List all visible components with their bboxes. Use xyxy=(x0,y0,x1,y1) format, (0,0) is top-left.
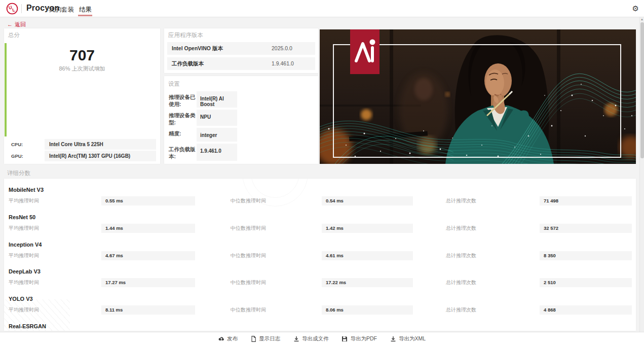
download-xml-icon xyxy=(390,336,396,342)
model-section-resnet: ResNet 50 平均推理时间 1.44 ms 中位数推理时间 1.42 ms… xyxy=(4,214,636,234)
download-icon xyxy=(293,336,299,342)
inference-device-label: 推理设备已使用: xyxy=(169,93,198,108)
avg-inference-label: 平均推理时间 xyxy=(9,224,39,233)
log-file-icon xyxy=(251,336,256,342)
workload-version-value: 1.9.461.0 xyxy=(272,57,294,70)
footer-button-label: 显示日志 xyxy=(259,335,280,342)
footer-button-label: 导出为PDF xyxy=(350,335,377,342)
benchmark-hero-image xyxy=(320,29,636,164)
median-inference-value: 1.42 ms xyxy=(322,224,413,233)
scrollbar-thumb[interactable] xyxy=(640,22,644,158)
settings-card: 设置 推理设备已使用: Intel(R) AI Boost 推理设备类型: NP… xyxy=(164,76,318,164)
avg-inference-value: 0.55 ms xyxy=(101,196,195,205)
openvino-version-value: 2025.0.0 xyxy=(272,42,292,55)
workload-version-label: 工作负载版本 xyxy=(172,57,204,70)
save-pdf-icon xyxy=(342,336,348,342)
footer-button-label: 导出为XML xyxy=(399,335,426,342)
model-section-mobilenet: MobileNet V3 平均推理时间 0.55 ms 中位数推理时间 0.54… xyxy=(4,187,636,207)
model-name: Real-ESRGAN xyxy=(9,323,46,329)
inference-device-value: Intel(R) AI Boost xyxy=(197,91,237,108)
version-row: 工作负载版本 1.9.461.0 xyxy=(167,57,315,70)
model-name: Inception V4 xyxy=(9,242,42,248)
avg-inference-label: 平均推理时间 xyxy=(9,251,39,260)
total-inferences-label: 总计推理次数 xyxy=(446,224,476,233)
avg-inference-value: 4.67 ms xyxy=(101,251,195,260)
total-inferences-value: 71 498 xyxy=(540,196,632,205)
precision-label: 精度: xyxy=(169,130,198,137)
ai-logo-badge xyxy=(350,29,380,74)
workload-ver-label: 工作负载版本: xyxy=(169,146,198,160)
avg-inference-label: 平均推理时间 xyxy=(9,305,39,315)
version-card-title: 应用程序版本 xyxy=(168,31,203,39)
median-inference-label: 中位数推理时间 xyxy=(231,278,266,287)
median-inference-value: 8.06 ms xyxy=(322,305,413,315)
overall-score-card: 总分 707 86% 上次测试增加 CPU: Intel Core Ultra … xyxy=(4,28,160,164)
vertical-scrollbar[interactable]: ▲ xyxy=(639,17,644,332)
avg-inference-value: 8.11 ms xyxy=(101,305,195,315)
footer-button-label: 导出成文件 xyxy=(302,335,329,342)
tab-my-suites[interactable]: 我的套装 xyxy=(49,6,74,14)
settings-card-title: 设置 xyxy=(168,80,180,88)
openvino-version-label: Intel OpenVINO 版本 xyxy=(172,42,223,55)
median-inference-label: 中位数推理时间 xyxy=(231,224,266,233)
model-section-inception: Inception V4 平均推理时间 4.67 ms 中位数推理时间 4.61… xyxy=(4,242,636,262)
model-name: YOLO V3 xyxy=(9,296,33,302)
model-name: ResNet 50 xyxy=(9,214,35,220)
back-arrow-icon: ← xyxy=(7,21,13,27)
back-button[interactable]: ←返回 xyxy=(7,21,26,28)
median-inference-value: 17.22 ms xyxy=(322,278,413,287)
avg-inference-label: 平均推理时间 xyxy=(9,278,39,287)
active-tab-underline xyxy=(78,15,92,16)
app-header: U L Procyon 我的套装 结果 ⚙ xyxy=(0,0,644,17)
median-inference-label: 中位数推理时间 xyxy=(231,251,266,260)
avg-inference-label: 平均推理时间 xyxy=(9,196,39,205)
median-inference-label: 中位数推理时间 xyxy=(231,305,266,315)
total-inferences-label: 总计推理次数 xyxy=(446,251,476,260)
device-type-label: 推理设备类型: xyxy=(169,112,198,126)
total-inferences-value: 32 572 xyxy=(540,224,632,233)
score-delta-text: 86% 上次测试增加 xyxy=(4,65,160,73)
export-pdf-button[interactable]: 导出为PDF xyxy=(342,335,377,342)
detailed-scores-title: 详细分数 xyxy=(7,169,30,177)
median-inference-value: 0.54 ms xyxy=(322,196,413,205)
show-log-button[interactable]: 显示日志 xyxy=(251,335,280,342)
total-inferences-value: 2 510 xyxy=(540,278,632,287)
median-inference-label: 中位数推理时间 xyxy=(231,196,266,205)
total-inferences-label: 总计推理次数 xyxy=(446,196,476,205)
detailed-scores-card: MobileNet V3 平均推理时间 0.55 ms 中位数推理时间 0.54… xyxy=(4,179,636,331)
model-section-esrgan: Real-ESRGAN xyxy=(4,323,636,331)
total-inferences-label: 总计推理次数 xyxy=(446,305,476,315)
tab-results[interactable]: 结果 xyxy=(79,6,92,14)
overall-score: 707 xyxy=(4,47,160,64)
model-section-deeplab: DeepLab V3 平均推理时间 17.27 ms 中位数推理时间 17.22… xyxy=(4,268,636,289)
gpu-label: GPU: xyxy=(11,153,23,159)
device-type-value: NPU xyxy=(197,110,237,126)
model-name: MobileNet V3 xyxy=(9,187,44,193)
publish-button[interactable]: 发布 xyxy=(218,335,238,342)
workload-ver-value: 1.9.461.0 xyxy=(197,144,237,161)
footer-button-label: 发布 xyxy=(227,335,238,342)
cpu-row: CPU: Intel Core Ultra 5 225H xyxy=(4,139,160,150)
svg-text:L: L xyxy=(12,7,16,13)
model-name: DeepLab V3 xyxy=(9,268,41,274)
avg-inference-value: 17.27 ms xyxy=(101,278,195,287)
gpu-value: Intel(R) Arc(TM) 130T GPU (16GB) xyxy=(45,151,156,161)
app-version-card: 应用程序版本 Intel OpenVINO 版本 2025.0.0 工作负载版本… xyxy=(164,28,318,73)
cpu-label: CPU: xyxy=(11,142,23,147)
ul-logo-icon: U L xyxy=(6,3,18,17)
back-label: 返回 xyxy=(15,21,26,27)
median-inference-value: 4.61 ms xyxy=(322,251,413,260)
gpu-row: GPU: Intel(R) Arc(TM) 130T GPU (16GB) xyxy=(4,151,160,161)
settings-gear-icon[interactable]: ⚙ xyxy=(632,4,639,14)
total-inferences-value: 4 868 xyxy=(540,305,632,315)
scrollbar-up-arrow[interactable]: ▲ xyxy=(640,17,644,21)
total-inferences-value: 8 350 xyxy=(540,251,632,260)
export-xml-button[interactable]: 导出为XML xyxy=(390,335,426,342)
total-inferences-label: 总计推理次数 xyxy=(446,278,476,287)
model-section-yolo: YOLO V3 平均推理时间 8.11 ms 中位数推理时间 8.06 ms 总… xyxy=(4,296,636,316)
export-file-button[interactable]: 导出成文件 xyxy=(293,335,329,342)
header-divider xyxy=(21,4,22,13)
procyon-results-page: U L Procyon 我的套装 结果 ⚙ ←返回 总分 707 86% 上次测… xyxy=(0,0,644,345)
precision-value: integer xyxy=(197,128,237,142)
version-row: Intel OpenVINO 版本 2025.0.0 xyxy=(167,42,315,55)
